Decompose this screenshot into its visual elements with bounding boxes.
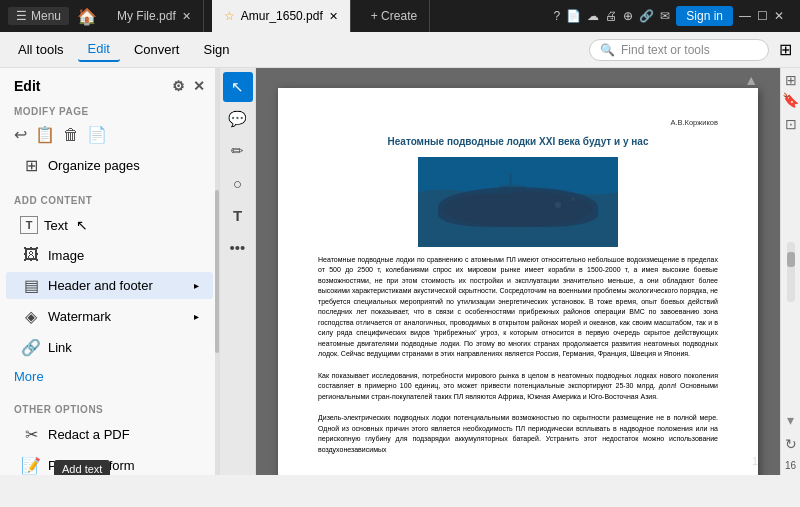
close-button[interactable]: ✕: [774, 9, 784, 23]
main-layout: Edit ⚙ ✕ MODIFY PAGE ↩ 📋 🗑 📄 ⊞ Organize …: [0, 68, 800, 475]
watermark-label: Watermark: [48, 309, 111, 324]
right-tool-pages[interactable]: ⊡: [785, 116, 797, 132]
page-number-label: 1: [752, 455, 758, 467]
tab-create[interactable]: + Create: [359, 0, 430, 32]
menu-button[interactable]: ☰ Menu: [8, 7, 69, 25]
form-icon: 📝: [20, 456, 42, 475]
insert-page-icon[interactable]: 📄: [87, 125, 107, 144]
menu-edit[interactable]: Edit: [78, 37, 120, 62]
modify-section-label: MODIFY PAGE: [0, 100, 219, 121]
menu-icon: ☰: [16, 9, 27, 23]
svg-point-1: [443, 191, 593, 227]
header-footer-arrow: ▸: [194, 280, 199, 291]
text-icon: T: [20, 216, 38, 234]
svg-rect-2: [498, 185, 526, 207]
more-button[interactable]: More: [0, 363, 219, 390]
help-icon[interactable]: ?: [554, 9, 561, 23]
vertical-toolbar: ↖ 💬 ✏ ○ T •••: [220, 68, 256, 475]
tab-myfile-close[interactable]: ✕: [182, 10, 191, 23]
search-placeholder: Find text or tools: [621, 43, 710, 57]
right-tool-bookmark[interactable]: 🔖: [782, 92, 799, 108]
cursor-in-text: ↖: [76, 217, 88, 233]
comment-tool[interactable]: 💬: [223, 104, 253, 134]
mail-icon[interactable]: ✉: [660, 9, 670, 23]
copy-page-icon[interactable]: 📋: [35, 125, 55, 144]
delete-page-icon[interactable]: 🗑: [63, 126, 79, 144]
right-refresh[interactable]: ↻: [785, 436, 797, 452]
redact-icon: ✂: [20, 425, 42, 444]
side-page-num: 16: [785, 460, 796, 471]
pdf-doc-title: Неатомные подводные лодки XXI века будут…: [318, 135, 718, 149]
right-sidebar: ⊞ 🔖 ⊡ ▾ ↻ 16: [780, 68, 800, 475]
header-footer-label: Header and footer: [48, 278, 153, 293]
tab-amur-close[interactable]: ✕: [329, 10, 338, 23]
star-icon: ☆: [224, 9, 235, 23]
shape-tool[interactable]: ○: [223, 168, 253, 198]
link-icon2[interactable]: 🔗: [639, 9, 654, 23]
draw-tool[interactable]: ✏: [223, 136, 253, 166]
panel-title: Edit: [14, 78, 40, 94]
tab-amur-label: Amur_1650.pdf: [241, 9, 323, 23]
tab-myfile[interactable]: My File.pdf ✕: [105, 0, 204, 32]
pdf-body-text2: Как показывает исследования, потребности…: [318, 371, 718, 403]
organize-pages-label: Organize pages: [48, 158, 140, 173]
menu-label: Menu: [31, 9, 61, 23]
pdf-submarine-image: [418, 157, 618, 247]
zoom-icon[interactable]: ⊕: [623, 9, 633, 23]
header-footer-icon: ▤: [20, 276, 42, 295]
text-tool[interactable]: T: [223, 200, 253, 230]
add-content-label: ADD CONTENT: [0, 189, 219, 210]
link-label: Link: [48, 340, 72, 355]
svg-point-5: [571, 197, 575, 201]
maximize-button[interactable]: ☐: [757, 9, 768, 23]
upload-icon[interactable]: ☁: [587, 9, 599, 23]
pdf-viewer[interactable]: ▲ А.В.Коржиков Неатомные подводные лодки…: [256, 68, 780, 475]
search-icon: 🔍: [600, 43, 615, 57]
link-icon: 🔗: [20, 338, 42, 357]
settings-icon[interactable]: ⚙: [172, 78, 185, 94]
more-tools[interactable]: •••: [223, 232, 253, 262]
menu-convert[interactable]: Convert: [124, 38, 190, 61]
select-tool[interactable]: ↖: [223, 72, 253, 102]
text-row[interactable]: T Text ↖ Add text: [6, 212, 213, 238]
panel-header: Edit ⚙ ✕: [0, 68, 219, 100]
svg-point-4: [555, 202, 561, 208]
tab-actions: ? 📄 ☁ 🖨 ⊕ 🔗 ✉ Sign in — ☐ ✕: [546, 6, 792, 26]
right-tool-grid[interactable]: ⊞: [785, 72, 797, 88]
print-icon[interactable]: 🖨: [605, 9, 617, 23]
scroll-up-arrow[interactable]: ▲: [744, 72, 758, 88]
redact-label: Redact a PDF: [48, 427, 130, 442]
watermark-row[interactable]: ◈ Watermark ▸: [6, 303, 213, 330]
panel-header-icons: ⚙ ✕: [172, 78, 205, 94]
grid-icon[interactable]: ⊞: [779, 40, 792, 59]
pdf-icon[interactable]: 📄: [566, 9, 581, 23]
undo-icon[interactable]: ↩: [14, 125, 27, 144]
organize-icon: ⊞: [20, 156, 42, 175]
pdf-body-text: Неатомные подводные лодки по сравнению с…: [318, 255, 718, 360]
tab-create-label: + Create: [371, 9, 417, 23]
menu-alltools[interactable]: All tools: [8, 38, 74, 61]
minimize-button[interactable]: —: [739, 9, 751, 23]
organize-pages-row[interactable]: ⊞ Organize pages: [6, 152, 213, 179]
menu-bar: All tools Edit Convert Sign 🔍 Find text …: [0, 32, 800, 68]
close-panel-icon[interactable]: ✕: [193, 78, 205, 94]
add-text-tooltip: Add text: [54, 460, 110, 475]
link-row[interactable]: 🔗 Link: [6, 334, 213, 361]
tab-amur[interactable]: ☆ Amur_1650.pdf ✕: [212, 0, 351, 32]
text-label: Text: [44, 218, 68, 233]
title-bar: ☰ Menu 🏠 My File.pdf ✕ ☆ Amur_1650.pdf ✕…: [0, 0, 800, 32]
watermark-arrow: ▸: [194, 311, 199, 322]
pdf-body-text3: Дизель-электрических подводных лодки пот…: [318, 413, 718, 455]
header-footer-row[interactable]: ▤ Header and footer ▸: [6, 272, 213, 299]
redact-row[interactable]: ✂ Redact a PDF: [6, 421, 213, 448]
signin-button[interactable]: Sign in: [676, 6, 733, 26]
left-panel: Edit ⚙ ✕ MODIFY PAGE ↩ 📋 🗑 📄 ⊞ Organize …: [0, 68, 220, 475]
pdf-page: А.В.Коржиков Неатомные подводные лодки X…: [278, 88, 758, 475]
image-label: Image: [48, 248, 84, 263]
menu-sign[interactable]: Sign: [193, 38, 239, 61]
tab-myfile-label: My File.pdf: [117, 9, 176, 23]
right-scroll-down[interactable]: ▾: [787, 412, 794, 428]
image-row[interactable]: 🖼 Image: [6, 242, 213, 268]
search-box[interactable]: 🔍 Find text or tools: [589, 39, 769, 61]
watermark-icon: ◈: [20, 307, 42, 326]
